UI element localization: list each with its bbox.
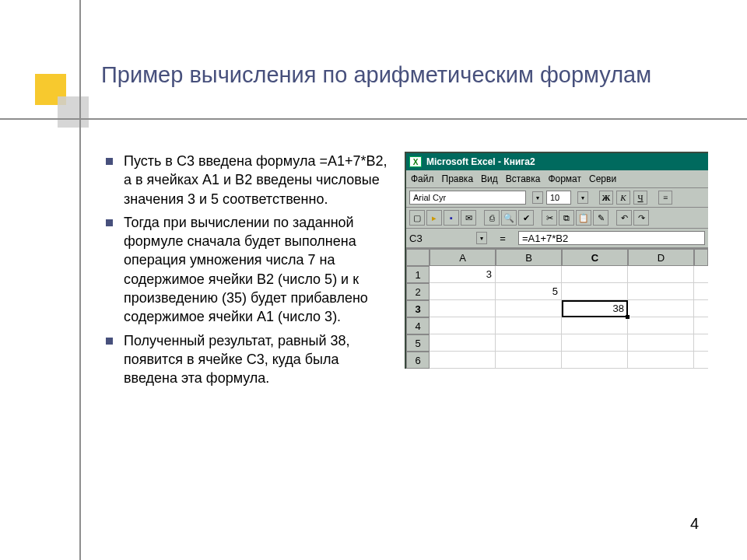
cell[interactable] bbox=[430, 300, 496, 317]
column-header[interactable]: A bbox=[430, 249, 496, 266]
excel-menu-bar: Файл Правка Вид Вставка Формат Серви bbox=[406, 170, 708, 188]
row-header[interactable]: 6 bbox=[406, 352, 430, 369]
preview-icon[interactable]: 🔍 bbox=[501, 210, 517, 226]
cell[interactable] bbox=[430, 283, 496, 300]
cell[interactable] bbox=[628, 266, 694, 283]
cell-edge bbox=[694, 266, 708, 283]
excel-titlebar: X Microsoft Excel - Книга2 bbox=[406, 153, 708, 170]
bullet-icon bbox=[106, 219, 113, 226]
row-header[interactable]: 5 bbox=[406, 334, 430, 352]
cell[interactable] bbox=[562, 317, 628, 334]
spellcheck-icon[interactable]: ✔ bbox=[518, 210, 534, 226]
bullet-item: Полученный результат, равный 38, появитс… bbox=[106, 331, 394, 388]
row-header[interactable]: 2 bbox=[406, 283, 430, 300]
font-size-value: 10 bbox=[550, 193, 559, 202]
cell[interactable]: 5 bbox=[496, 283, 562, 300]
cut-icon[interactable]: ✂ bbox=[542, 210, 557, 226]
menu-edit[interactable]: Правка bbox=[442, 173, 474, 184]
paste-icon[interactable]: 📋 bbox=[576, 210, 591, 226]
cell-edge bbox=[694, 334, 708, 352]
bullet-item: Пусть в С3 введена формула =А1+7*В2, а в… bbox=[106, 152, 394, 208]
cell-edge bbox=[694, 352, 708, 369]
page-number: 4 bbox=[690, 515, 699, 533]
bullet-icon bbox=[106, 158, 113, 165]
decor-horizontal-line bbox=[0, 118, 747, 120]
bold-button[interactable]: Ж bbox=[599, 191, 613, 205]
cell[interactable] bbox=[628, 334, 694, 352]
font-name-value: Arial Cyr bbox=[413, 193, 446, 202]
column-header[interactable]: D bbox=[628, 249, 694, 266]
cell[interactable] bbox=[628, 300, 694, 317]
slide: Пример вычисления по арифметическим форм… bbox=[0, 0, 747, 560]
font-name-dropdown[interactable]: Arial Cyr bbox=[409, 191, 526, 205]
menu-view[interactable]: Вид bbox=[481, 173, 498, 184]
cell[interactable] bbox=[562, 334, 628, 352]
open-file-icon[interactable]: ▸ bbox=[426, 210, 442, 226]
name-box[interactable]: C3 ▾ bbox=[409, 232, 487, 244]
formula-bar: C3 ▾ = =A1+7*B2 bbox=[406, 229, 708, 249]
equals-label: = bbox=[495, 233, 510, 244]
column-header[interactable]: C bbox=[562, 249, 628, 266]
print-icon[interactable]: ⎙ bbox=[484, 210, 500, 226]
redo-icon[interactable]: ↷ bbox=[633, 210, 649, 226]
cell-edge bbox=[694, 283, 708, 300]
format-painter-icon[interactable]: ✎ bbox=[593, 210, 608, 226]
bullet-icon bbox=[106, 338, 113, 345]
menu-file[interactable]: Файл bbox=[411, 173, 434, 184]
column-header[interactable]: B bbox=[496, 249, 562, 266]
slide-title: Пример вычисления по арифметическим форм… bbox=[101, 61, 693, 89]
cell[interactable] bbox=[628, 283, 694, 300]
menu-service[interactable]: Серви bbox=[589, 173, 616, 184]
body-text: Пусть в С3 введена формула =А1+7*В2, а в… bbox=[106, 152, 394, 393]
cell[interactable] bbox=[628, 352, 694, 369]
cell[interactable] bbox=[562, 352, 628, 369]
column-header-edge bbox=[694, 249, 708, 266]
cell[interactable]: 3 bbox=[430, 266, 496, 283]
undo-icon[interactable]: ↶ bbox=[616, 210, 632, 226]
name-box-value: C3 bbox=[409, 233, 423, 244]
decor-vertical-line bbox=[79, 0, 81, 560]
excel-window-title: Microsoft Excel - Книга2 bbox=[426, 156, 535, 167]
bullet-text: Полученный результат, равный 38, появитс… bbox=[124, 331, 394, 388]
align-left-button[interactable]: ≡ bbox=[658, 191, 672, 205]
excel-logo-icon: X bbox=[409, 156, 422, 167]
italic-button[interactable]: К bbox=[616, 191, 630, 205]
excel-format-toolbar: Arial Cyr ▾ 10 ▾ Ж К Ч ≡ bbox=[406, 188, 708, 208]
formula-value: =A1+7*B2 bbox=[522, 233, 568, 244]
chevron-down-icon[interactable]: ▾ bbox=[476, 232, 487, 244]
chevron-down-icon[interactable]: ▾ bbox=[532, 191, 543, 204]
font-size-dropdown[interactable]: 10 bbox=[546, 191, 571, 205]
cell[interactable] bbox=[496, 317, 562, 334]
mail-icon[interactable]: ✉ bbox=[461, 210, 476, 226]
cell[interactable] bbox=[430, 334, 496, 352]
cell[interactable] bbox=[496, 352, 562, 369]
chevron-down-icon[interactable]: ▾ bbox=[577, 191, 588, 204]
cell[interactable]: 38 bbox=[562, 300, 628, 317]
cell[interactable] bbox=[628, 317, 694, 334]
copy-icon[interactable]: ⧉ bbox=[559, 210, 574, 226]
cell[interactable] bbox=[496, 334, 562, 352]
excel-standard-toolbar: ▢ ▸ ▪ ✉ ⎙ 🔍 ✔ ✂ ⧉ 📋 ✎ ↶ ↷ bbox=[406, 208, 708, 229]
menu-insert[interactable]: Вставка bbox=[506, 173, 541, 184]
decor-grey-square bbox=[58, 96, 89, 128]
row-header[interactable]: 1 bbox=[406, 266, 430, 283]
cell[interactable] bbox=[562, 283, 628, 300]
save-icon[interactable]: ▪ bbox=[444, 210, 459, 226]
spreadsheet-grid: ABCD1325338456 bbox=[406, 249, 708, 369]
cell[interactable] bbox=[430, 317, 496, 334]
cell[interactable] bbox=[430, 352, 496, 369]
cell[interactable] bbox=[562, 266, 628, 283]
cell[interactable] bbox=[496, 300, 562, 317]
cell[interactable] bbox=[496, 266, 562, 283]
formula-input[interactable]: =A1+7*B2 bbox=[518, 231, 705, 245]
row-header[interactable]: 3 bbox=[406, 300, 430, 317]
menu-format[interactable]: Формат bbox=[548, 173, 581, 184]
cell-edge bbox=[694, 300, 708, 317]
excel-window: X Microsoft Excel - Книга2 Файл Правка В… bbox=[405, 152, 708, 369]
new-file-icon[interactable]: ▢ bbox=[409, 210, 425, 226]
select-all-corner[interactable] bbox=[406, 249, 430, 266]
bullet-text: Тогда при вычислении по заданной формуле… bbox=[124, 213, 394, 327]
bullet-text: Пусть в С3 введена формула =А1+7*В2, а в… bbox=[124, 152, 394, 208]
underline-button[interactable]: Ч bbox=[633, 191, 647, 205]
row-header[interactable]: 4 bbox=[406, 317, 430, 334]
